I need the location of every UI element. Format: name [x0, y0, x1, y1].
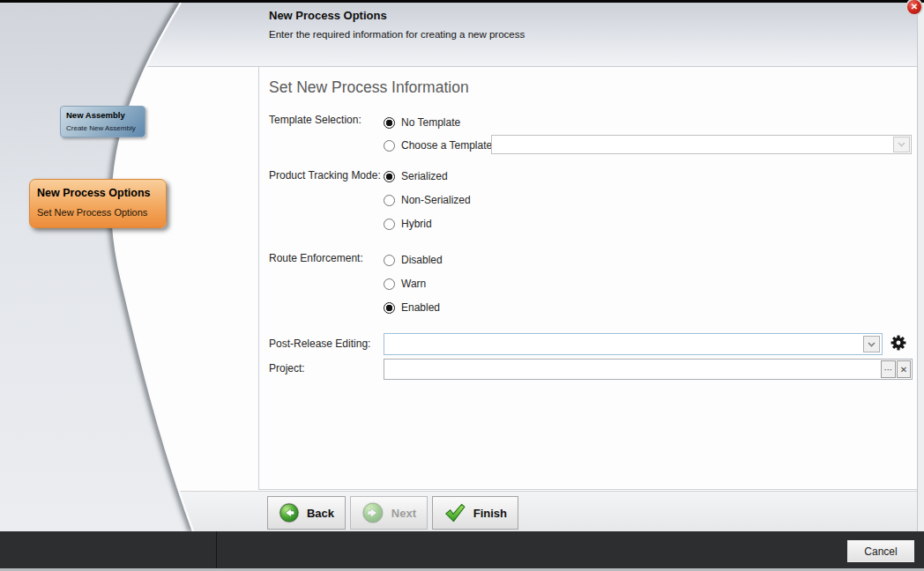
- cancel-button-label: Cancel: [864, 545, 897, 558]
- radio-button-icon[interactable]: [384, 117, 395, 129]
- radio-button-icon[interactable]: [384, 140, 395, 152]
- post-release-editing-combobox[interactable]: [384, 333, 883, 355]
- radio-button-icon[interactable]: [384, 195, 395, 206]
- content-panel: [258, 66, 917, 490]
- product-tracking-mode-label: Product Tracking Mode:: [269, 169, 381, 182]
- dropdown-button[interactable]: [893, 137, 910, 152]
- chevron-down-icon: [868, 342, 876, 347]
- radio-non-serialized[interactable]: Non-Serialized: [384, 193, 471, 207]
- chevron-down-icon: [898, 142, 905, 147]
- finish-check-icon: [443, 501, 466, 524]
- radio-button-icon[interactable]: [384, 255, 395, 266]
- bottom-dark-bar: [0, 531, 924, 568]
- radio-warn[interactable]: Warn: [384, 277, 426, 291]
- close-icon: ✕: [911, 2, 918, 11]
- radio-button-icon[interactable]: [384, 219, 395, 230]
- radio-label: Serialized: [401, 170, 448, 182]
- route-enforcement-label: Route Enforcement:: [269, 252, 363, 264]
- radio-button-icon[interactable]: [384, 278, 395, 290]
- bottom-bar-divider: [216, 531, 217, 568]
- project-label: Project:: [269, 362, 305, 374]
- radio-label: Warn: [401, 278, 426, 290]
- ellipsis-icon: ⋯: [884, 365, 893, 374]
- dialog-subtitle: Enter the required information for creat…: [269, 29, 525, 40]
- project-field[interactable]: ⋯ ✕: [384, 359, 913, 380]
- radio-label: Enabled: [401, 301, 440, 314]
- back-button[interactable]: Back: [267, 496, 346, 530]
- project-browse-button[interactable]: ⋯: [881, 360, 896, 378]
- wizard-window: New Assembly Create New Assembly New Pro…: [0, 0, 924, 571]
- cancel-button[interactable]: Cancel: [847, 540, 914, 562]
- radio-label: Hybrid: [401, 218, 432, 230]
- template-combobox[interactable]: [491, 135, 912, 154]
- radio-button-icon[interactable]: [384, 171, 395, 182]
- finish-button-label: Finish: [473, 507, 507, 520]
- back-button-label: Back: [307, 507, 334, 520]
- dialog-title: New Process Options: [269, 9, 387, 22]
- project-clear-button[interactable]: ✕: [897, 360, 911, 378]
- wizard-step-new-process-options: New Process Options Set New Process Opti…: [29, 179, 167, 228]
- back-arrow-icon: [279, 501, 300, 524]
- window-top-border: [0, 0, 924, 3]
- window-right-border: [917, 3, 924, 531]
- radio-hybrid[interactable]: Hybrid: [384, 217, 432, 231]
- radio-disabled[interactable]: Disabled: [384, 253, 443, 267]
- template-selection-label: Template Selection:: [269, 114, 361, 126]
- radio-no-template[interactable]: No Template: [384, 115, 460, 130]
- gear-icon[interactable]: [890, 334, 907, 352]
- radio-button-icon[interactable]: [384, 302, 395, 314]
- radio-label: Non-Serialized: [401, 194, 471, 206]
- finish-button[interactable]: Finish: [432, 496, 518, 530]
- step-subtitle: Create New Assembly: [66, 124, 139, 132]
- radio-label: No Template: [401, 116, 460, 129]
- wizard-sidebar-curve: [0, 3, 229, 531]
- next-button-label: Next: [391, 507, 416, 520]
- dropdown-button[interactable]: [863, 336, 880, 352]
- wizard-step-new-assembly: New Assembly Create New Assembly: [60, 106, 145, 137]
- step-title: New Assembly: [66, 110, 139, 120]
- radio-enabled[interactable]: Enabled: [384, 300, 440, 315]
- radio-serialized[interactable]: Serialized: [384, 169, 448, 183]
- radio-label: Disabled: [401, 254, 443, 266]
- step-subtitle: Set New Process Options: [37, 207, 159, 218]
- radio-choose-template[interactable]: Choose a Template: [384, 138, 492, 152]
- clear-x-icon: ✕: [900, 365, 907, 374]
- next-button-disabled[interactable]: Next: [350, 496, 428, 530]
- radio-label: Choose a Template: [401, 139, 492, 152]
- step-title: New Process Options: [37, 187, 159, 199]
- post-release-editing-label: Post-Release Editing:: [269, 337, 370, 350]
- page-title: Set New Process Information: [269, 78, 469, 97]
- next-arrow-icon: [361, 501, 384, 524]
